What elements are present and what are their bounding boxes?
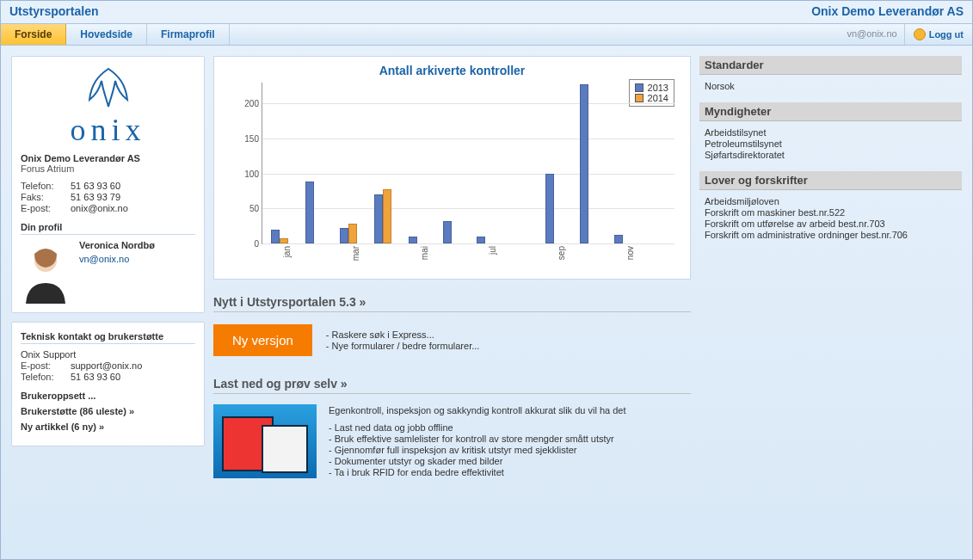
ytick: 0: [233, 239, 259, 249]
xtick: mai: [420, 246, 429, 260]
app-title: Utstyrsportalen: [9, 4, 98, 18]
chart-bar: [580, 84, 588, 243]
profile-name: Veronica Nordbø: [79, 240, 195, 250]
sidebar-link-standarder-0[interactable]: Norsok: [705, 81, 957, 91]
chart-bar: [348, 224, 357, 243]
chart-bar: [477, 237, 485, 243]
download-thumbnail[interactable]: [213, 404, 317, 478]
news-bullet-0[interactable]: - Raskere søk i Express...: [326, 329, 480, 340]
xtick: sep: [557, 246, 566, 260]
chart-bar: [443, 221, 452, 243]
tab-firmaprofil[interactable]: Firmaprofil: [147, 24, 230, 45]
support-panel: Teknisk kontakt og brukerstøtte Onix Sup…: [11, 322, 205, 446]
company-logo: onix: [21, 65, 195, 148]
logout-button[interactable]: Logg ut: [904, 24, 972, 45]
key-icon: [914, 28, 926, 40]
news-bullets: - Raskere søk i Express...- Nye formular…: [326, 329, 480, 352]
chart-title: Antall arkiverte kontroller: [226, 64, 678, 77]
sidebar-link-lover-3[interactable]: Forskrift om administrative ordninger be…: [705, 230, 957, 240]
sidebar-link-lover-0[interactable]: Arbeidsmiljøloven: [705, 196, 957, 206]
chart-bar: [614, 235, 623, 243]
company-phone: 51 63 93 60: [71, 181, 120, 191]
logo-text: onix: [21, 112, 195, 148]
ytick: 200: [233, 99, 259, 108]
group-head-standarder: Standarder: [699, 56, 962, 75]
chart-bar: [340, 228, 348, 243]
sidebar-link-lover-2[interactable]: Forskrift om utførelse av arbeid best.nr…: [705, 218, 957, 229]
download-bullet-1[interactable]: - Bruk effektive samlelister for kontrol…: [329, 434, 625, 444]
app-window: Utstyrsportalen Onix Demo Leverandør AS …: [0, 0, 973, 560]
link-ny-artikkel[interactable]: Ny artikkel (6 ny) »: [21, 422, 195, 432]
download-heading[interactable]: Last ned og prøv selv »: [213, 368, 691, 394]
news-heading[interactable]: Nytt i Utstyrsportalen 5.3 »: [213, 286, 691, 312]
right-column: Standarder Norsok Myndigheter Arbeidstil…: [699, 56, 962, 549]
content-area: onix Onix Demo Leverandør AS Forus Atriu…: [1, 46, 972, 559]
download-row: Egenkontroll, inspeksjon og sakkyndig ko…: [213, 401, 691, 478]
chart-bar: [383, 189, 391, 243]
company-panel: onix Onix Demo Leverandør AS Forus Atriu…: [11, 56, 205, 313]
sidebar-link-myndigheter-2[interactable]: Sjøfartsdirektoratet: [705, 150, 957, 160]
chart-bar: [271, 230, 280, 243]
link-brukeroppsett[interactable]: Brukeroppsett ...: [21, 391, 195, 401]
sidebar-link-lover-1[interactable]: Forskrift om maskiner best.nr.522: [705, 207, 957, 218]
xtick: jul: [488, 246, 497, 255]
download-bullet-2[interactable]: - Gjennomfør full inspeksjon av kritisk …: [329, 445, 625, 455]
tab-hovedside[interactable]: Hovedside: [66, 24, 147, 45]
support-name: Onix Support: [21, 349, 195, 360]
download-bullet-0[interactable]: - Last ned data og jobb offline: [329, 422, 625, 433]
ytick: 50: [233, 204, 259, 213]
xtick: mar: [351, 246, 360, 261]
chart-bar: [305, 182, 314, 243]
logout-label: Logg ut: [929, 29, 964, 40]
profile-block: Veronica Nordbø vn@onix.no: [21, 240, 195, 304]
download-text: Egenkontroll, inspeksjon og sakkyndig ko…: [329, 404, 625, 478]
current-user-email: vn@onix.no: [840, 24, 903, 45]
chart-panel: Antall arkiverte kontroller 2013 2014 05…: [213, 56, 691, 280]
xtick: nov: [625, 246, 635, 260]
company-name: Onix Demo Leverandør AS: [21, 153, 195, 163]
chart-bar: [545, 174, 554, 243]
tab-bar: Forside Hovedside Firmaprofil vn@onix.no…: [1, 23, 972, 46]
support-phone: 51 63 93 60: [71, 372, 120, 382]
chart-bar: [280, 238, 288, 244]
group-lover: Lover og forskrifter ArbeidsmiljølovenFo…: [699, 171, 962, 243]
title-bar: Utstyrsportalen Onix Demo Leverandør AS: [1, 1, 972, 23]
link-brukerstotte[interactable]: Brukerstøtte (86 uleste) »: [21, 406, 195, 416]
chart-bar: [409, 237, 417, 243]
sidebar-link-myndigheter-0[interactable]: Arbeidstilsynet: [705, 127, 957, 138]
new-version-button[interactable]: Ny versjon: [213, 324, 312, 356]
download-bullet-3[interactable]: - Dokumenter utstyr og skader med bilder: [329, 456, 625, 466]
download-lead: Egenkontroll, inspeksjon og sakkyndig ko…: [329, 405, 625, 415]
company-address: Forus Atrium: [21, 163, 195, 174]
ytick: 150: [233, 134, 259, 144]
ytick: 100: [233, 169, 259, 178]
org-name: Onix Demo Leverandør AS: [811, 4, 964, 18]
news-row: Ny versjon - Raskere søk i Express...- N…: [213, 319, 691, 361]
group-standarder: Standarder Norsok: [699, 56, 962, 94]
company-email[interactable]: onix@onix.no: [71, 203, 128, 213]
sidebar-link-myndigheter-1[interactable]: Petroleumstilsynet: [705, 138, 957, 149]
chart-bar: [374, 194, 383, 243]
group-myndigheter: Myndigheter ArbeidstilsynetPetroleumstil…: [699, 102, 962, 163]
xtick: jan: [282, 246, 292, 257]
left-column: onix Onix Demo Leverandør AS Forus Atriu…: [11, 56, 205, 549]
support-heading: Teknisk kontakt og brukerstøtte: [21, 331, 195, 344]
download-bullet-5[interactable]: - Ta i bruk RFID for enda bedre effektiv…: [329, 467, 625, 477]
chart-xlabels: janmarmaijulsepnov: [262, 246, 674, 275]
chart-plot: 050100150200: [262, 83, 674, 244]
news-bullet-1[interactable]: - Nye formularer / bedre formularer...: [326, 341, 480, 351]
avatar: [21, 240, 71, 304]
tab-forside[interactable]: Forside: [1, 24, 66, 45]
support-email[interactable]: support@onix.no: [71, 360, 142, 371]
group-head-lover: Lover og forskrifter: [699, 171, 962, 190]
group-head-myndigheter: Myndigheter: [699, 102, 962, 121]
phoenix-icon: [81, 65, 136, 110]
profile-heading: Din profil: [21, 222, 195, 235]
middle-column: Antall arkiverte kontroller 2013 2014 05…: [213, 56, 691, 549]
profile-email[interactable]: vn@onix.no: [79, 254, 195, 264]
company-fax: 51 63 93 79: [71, 192, 120, 202]
